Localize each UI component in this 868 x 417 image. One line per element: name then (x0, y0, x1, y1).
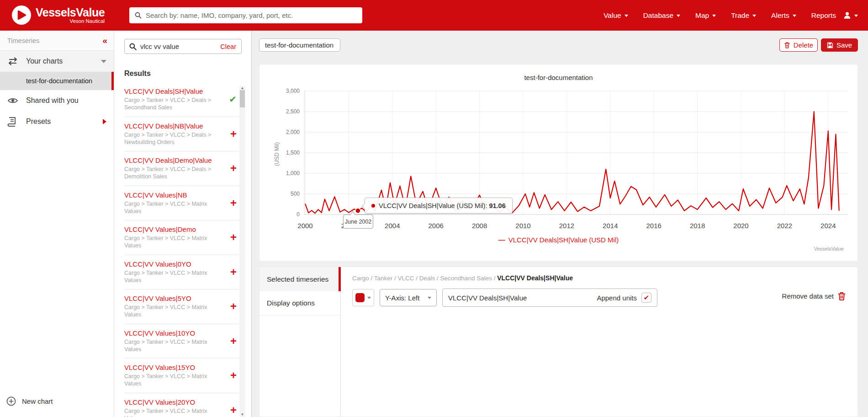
yaxis-select-value: Y-Axis: Left (385, 294, 419, 302)
timeseries-line-chart[interactable]: 05001,0001,5002,0002,5003,000(USD Mil)20… (259, 64, 858, 262)
global-search-bar[interactable] (129, 7, 362, 23)
remove-data-set-button[interactable]: Remove data set (782, 292, 846, 300)
y-tick-label: 0 (296, 211, 300, 218)
result-title[interactable]: VLCC|VV Values|5YO (124, 294, 219, 302)
y-axis-label: (USD Mil) (274, 142, 280, 166)
nav-item-trade[interactable]: Trade (731, 11, 756, 20)
result-row[interactable]: VLCC|VV Deals|SH|ValueCargo > Tanker > V… (124, 82, 239, 117)
nav-item-database[interactable]: Database (643, 11, 680, 20)
scrollbar-thumb[interactable] (240, 90, 245, 107)
y-tick-label: 1,500 (286, 150, 300, 156)
details-content: Cargo / Tanker / VLCC / Deals / Secondha… (341, 267, 857, 417)
added-check-icon[interactable]: ✔ (229, 95, 237, 104)
result-row[interactable]: VLCC|VV Deals|Demo|ValueCargo > Tanker >… (124, 151, 239, 186)
result-row[interactable]: VLCC|VV Values|5YOCargo > Tanker > VLCC … (124, 289, 239, 324)
new-chart-label: New chart (22, 397, 53, 405)
add-plus-icon[interactable]: + (230, 336, 237, 347)
caret-down-icon (793, 15, 796, 17)
result-row[interactable]: VLCC|VV Values|15YOCargo > Tanker > VLCC… (124, 358, 239, 393)
sidebar-item-presets[interactable]: Presets (0, 111, 114, 132)
new-chart-button[interactable]: New chart (0, 391, 114, 411)
highlighted-data-point[interactable] (355, 208, 360, 213)
clear-search-button[interactable]: Clear (220, 43, 236, 50)
nav-item-alerts[interactable]: Alerts (771, 11, 796, 20)
vesselsvalue-logo[interactable]: VesselsValue Veson Nautical (12, 5, 105, 25)
add-plus-icon[interactable]: + (230, 267, 237, 278)
chart-name-field[interactable] (259, 38, 340, 52)
x-tick-label: 2020 (733, 222, 748, 230)
global-search-input[interactable] (146, 11, 347, 19)
x-tick-label: 2018 (690, 222, 705, 230)
tab-display-options-label: Display options (267, 299, 315, 307)
scroll-down-icon[interactable]: ▼ (239, 412, 245, 417)
nav-label: Map (695, 11, 709, 20)
result-title[interactable]: VLCC|VV Values|15YO (124, 364, 219, 371)
sidebar-collapse-button[interactable]: « (102, 36, 107, 45)
result-row[interactable]: VLCC|VV Values|10YOCargo > Tanker > VLCC… (124, 324, 239, 359)
y-tick-label: 2,000 (286, 129, 300, 135)
user-menu[interactable] (843, 0, 858, 31)
result-title[interactable]: VLCC|VV Values|Demo (124, 225, 219, 233)
chart-legend[interactable]: —VLCC|VV Deals|SH|Value (USD Mil) (259, 236, 857, 244)
tab-selected-timeseries[interactable]: Selected timeseries (259, 267, 340, 291)
delete-button[interactable]: Delete (779, 38, 818, 52)
add-plus-icon[interactable]: + (230, 128, 237, 139)
add-plus-icon[interactable]: + (230, 301, 237, 312)
breadcrumb-current: VLCC|VV Deals|SH|Value (497, 274, 573, 282)
sidebar-header: Timeseries « (0, 31, 114, 51)
nav-item-reports[interactable]: Reports (811, 11, 836, 20)
chevron-down-icon (101, 60, 106, 63)
y-tick-label: 3,000 (286, 88, 300, 94)
x-tick-label: 2014 (603, 222, 618, 230)
append-units-checkbox[interactable]: ✔ (641, 293, 651, 303)
presets-label: Presets (26, 118, 51, 126)
search-icon (135, 12, 142, 19)
result-title[interactable]: VLCC|VV Values|10YO (124, 329, 219, 337)
timeseries-search-input[interactable] (140, 43, 209, 50)
result-row[interactable]: VLCC|VV Values|20YOCargo > Tanker > VLCC… (124, 393, 239, 417)
result-title[interactable]: VLCC|VV Values|0YO (124, 260, 219, 268)
add-plus-icon[interactable]: + (230, 163, 237, 174)
sidebar-item-your-charts[interactable]: Your charts (0, 51, 114, 72)
result-row[interactable]: VLCC|VV Deals|NB|ValueCargo > Tanker > V… (124, 117, 239, 152)
add-plus-icon[interactable]: + (230, 405, 237, 416)
series-name-field[interactable]: VLCC|VV Deals|SH|Value Append units ✔ (442, 289, 657, 307)
nav-item-value[interactable]: Value (603, 11, 628, 20)
breadcrumb-path: Cargo / Tanker / VLCC / Deals / Secondha… (352, 275, 497, 282)
save-button[interactable]: Save (821, 38, 858, 52)
nav-item-map[interactable]: Map (695, 11, 716, 20)
timeseries-search-box[interactable]: Clear (124, 39, 242, 54)
result-title[interactable]: VLCC|VV Deals|NB|Value (124, 122, 219, 130)
add-plus-icon[interactable]: + (230, 370, 237, 381)
result-row[interactable]: VLCC|VV Values|DemoCargo > Tanker > VLCC… (124, 220, 239, 255)
series-name-value: VLCC|VV Deals|SH|Value (448, 294, 597, 302)
chart-card: test-for-documentation 05001,0001,5002,0… (259, 64, 858, 262)
scroll-up-icon[interactable]: ▲ (239, 86, 245, 90)
legend-line-swatch: — (498, 236, 505, 244)
chevron-down-icon (367, 297, 371, 299)
result-title[interactable]: VLCC|VV Deals|SH|Value (124, 87, 219, 95)
sidebar-section-title: Timeseries (7, 37, 102, 44)
chart-name-input[interactable] (259, 39, 340, 51)
result-title[interactable]: VLCC|VV Values|NB (124, 191, 219, 199)
result-row[interactable]: VLCC|VV Values|0YOCargo > Tanker > VLCC … (124, 255, 239, 290)
y-tick-label: 2,500 (286, 108, 300, 115)
add-plus-icon[interactable]: + (230, 232, 237, 243)
x-tick-label: 2010 (515, 222, 530, 230)
yaxis-select[interactable]: Y-Axis: Left (380, 289, 437, 306)
result-title[interactable]: VLCC|VV Deals|Demo|Value (124, 156, 219, 164)
sidebar-item-chart-test-for-documentation[interactable]: test-for-documentation (0, 72, 114, 90)
user-icon (843, 11, 852, 20)
append-units-wrap: Append units ✔ (597, 293, 651, 303)
results-scrollbar[interactable]: ▲ ▼ (239, 86, 245, 417)
caret-down-icon (625, 15, 628, 17)
result-row[interactable]: VLCC|VV Values|NBCargo > Tanker > VLCC >… (124, 186, 239, 221)
sidebar-item-shared-with-you[interactable]: Shared with you (0, 90, 114, 111)
delete-label: Delete (794, 41, 813, 49)
add-plus-icon[interactable]: + (230, 198, 237, 208)
result-category-path: Cargo > Tanker > VLCC > Matrix Values (124, 304, 216, 319)
tab-display-options[interactable]: Display options (259, 291, 340, 315)
chart-tooltip: VLCC|VV Deals|SH|Value (USD Mil): 91.06 (365, 198, 513, 214)
result-title[interactable]: VLCC|VV Values|20YO (124, 398, 219, 406)
series-color-picker[interactable] (352, 289, 374, 306)
